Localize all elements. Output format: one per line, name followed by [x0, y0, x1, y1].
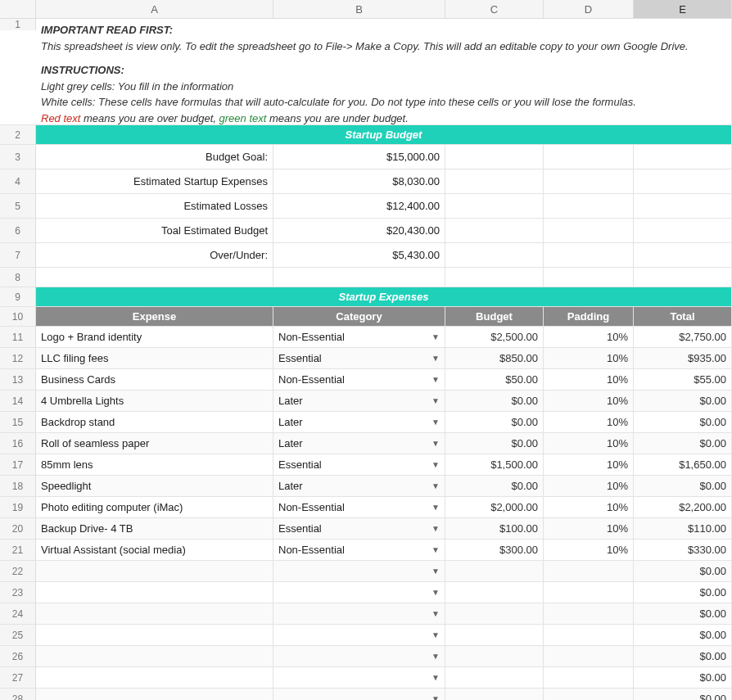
expense-cell-26[interactable]: [36, 646, 273, 666]
budget-cell-27[interactable]: [445, 667, 544, 688]
dropdown-icon[interactable]: ▼: [432, 609, 440, 618]
row-header-26[interactable]: 26: [0, 646, 36, 666]
category-cell-28[interactable]: ▼: [273, 689, 445, 700]
header-total[interactable]: Total: [634, 307, 732, 326]
dropdown-icon[interactable]: ▼: [432, 460, 440, 469]
category-cell-27[interactable]: ▼: [273, 667, 445, 688]
total-cell-21[interactable]: $330.00: [634, 540, 732, 560]
col-header-A[interactable]: A: [36, 0, 273, 18]
dropdown-icon[interactable]: ▼: [432, 588, 440, 597]
budget-cell-23[interactable]: [445, 582, 544, 603]
row-header-8[interactable]: 8: [0, 268, 36, 287]
cell-C5[interactable]: [445, 194, 544, 218]
expense-cell-16[interactable]: Roll of seamless paper: [36, 433, 273, 454]
padding-cell-12[interactable]: 10%: [544, 348, 634, 368]
budget-cell-14[interactable]: $0.00: [445, 391, 544, 411]
row-header-18[interactable]: 18: [0, 476, 36, 496]
expense-cell-13[interactable]: Business Cards: [36, 369, 273, 390]
total-cell-26[interactable]: $0.00: [634, 646, 732, 666]
total-cell-22[interactable]: $0.00: [634, 561, 732, 581]
summary-label-0[interactable]: Budget Goal:: [36, 145, 273, 169]
dropdown-icon[interactable]: ▼: [432, 694, 440, 700]
category-cell-17[interactable]: Essential▼: [273, 454, 445, 475]
total-cell-25[interactable]: $0.00: [634, 625, 732, 645]
header-expense[interactable]: Expense: [36, 307, 273, 326]
total-cell-16[interactable]: $0.00: [634, 433, 732, 454]
cell-D8[interactable]: [544, 268, 634, 287]
total-cell-11[interactable]: $2,750.00: [634, 327, 732, 347]
category-cell-20[interactable]: Essential▼: [273, 518, 445, 539]
expense-cell-15[interactable]: Backdrop stand: [36, 412, 273, 432]
total-cell-20[interactable]: $110.00: [634, 518, 732, 539]
dropdown-icon[interactable]: ▼: [432, 503, 440, 512]
dropdown-icon[interactable]: ▼: [432, 524, 440, 533]
expense-cell-22[interactable]: [36, 561, 273, 581]
padding-cell-15[interactable]: 10%: [544, 412, 634, 432]
row-header-23[interactable]: 23: [0, 582, 36, 603]
expense-cell-25[interactable]: [36, 625, 273, 645]
dropdown-icon[interactable]: ▼: [432, 439, 440, 448]
budget-cell-11[interactable]: $2,500.00: [445, 327, 544, 347]
total-cell-12[interactable]: $935.00: [634, 348, 732, 368]
budget-cell-19[interactable]: $2,000.00: [445, 497, 544, 517]
expense-cell-20[interactable]: Backup Drive- 4 TB: [36, 518, 273, 539]
padding-cell-18[interactable]: 10%: [544, 476, 634, 496]
summary-label-2[interactable]: Estimated Losses: [36, 194, 273, 218]
dropdown-icon[interactable]: ▼: [432, 673, 440, 682]
cell-A8[interactable]: [36, 268, 273, 287]
row-header-7[interactable]: 7: [0, 243, 36, 267]
summary-label-3[interactable]: Toal Estimated Budget: [36, 219, 273, 242]
cell-D7[interactable]: [544, 243, 634, 267]
padding-cell-23[interactable]: [544, 582, 634, 603]
padding-cell-21[interactable]: 10%: [544, 540, 634, 560]
row-header-9[interactable]: 9: [0, 287, 36, 306]
row-header-14[interactable]: 14: [0, 391, 36, 411]
budget-cell-18[interactable]: $0.00: [445, 476, 544, 496]
dropdown-icon[interactable]: ▼: [432, 545, 440, 554]
row-header-11[interactable]: 11: [0, 327, 36, 347]
row-header-13[interactable]: 13: [0, 369, 36, 390]
expense-cell-11[interactable]: Logo + Brand identity: [36, 327, 273, 347]
budget-cell-13[interactable]: $50.00: [445, 369, 544, 390]
summary-label-4[interactable]: Over/Under:: [36, 243, 273, 267]
dropdown-icon[interactable]: ▼: [432, 354, 440, 363]
cell-E3[interactable]: [634, 145, 732, 169]
padding-cell-20[interactable]: 10%: [544, 518, 634, 539]
header-budget[interactable]: Budget: [445, 307, 544, 326]
total-cell-27[interactable]: $0.00: [634, 667, 732, 688]
cell-C6[interactable]: [445, 219, 544, 242]
summary-value-3[interactable]: $20,430.00: [273, 219, 445, 242]
total-cell-13[interactable]: $55.00: [634, 369, 732, 390]
startup-expenses-title[interactable]: Startup Expenses: [36, 287, 732, 306]
category-cell-23[interactable]: ▼: [273, 582, 445, 603]
total-cell-15[interactable]: $0.00: [634, 412, 732, 432]
expense-cell-28[interactable]: [36, 689, 273, 700]
category-cell-19[interactable]: Non-Essential▼: [273, 497, 445, 517]
total-cell-28[interactable]: $0.00: [634, 689, 732, 700]
col-header-B[interactable]: B: [273, 0, 445, 18]
padding-cell-28[interactable]: [544, 689, 634, 700]
cell-D5[interactable]: [544, 194, 634, 218]
expense-cell-21[interactable]: Virtual Assistant (social media): [36, 540, 273, 560]
budget-cell-12[interactable]: $850.00: [445, 348, 544, 368]
category-cell-24[interactable]: ▼: [273, 603, 445, 624]
summary-value-4[interactable]: $5,430.00: [273, 243, 445, 267]
row-header-5[interactable]: 5: [0, 194, 36, 218]
dropdown-icon[interactable]: ▼: [432, 630, 440, 639]
row-header-22[interactable]: 22: [0, 561, 36, 581]
padding-cell-13[interactable]: 10%: [544, 369, 634, 390]
row-header-6[interactable]: 6: [0, 219, 36, 242]
select-all-cell[interactable]: [0, 0, 36, 18]
padding-cell-16[interactable]: 10%: [544, 433, 634, 454]
dropdown-icon[interactable]: ▼: [432, 332, 440, 341]
total-cell-17[interactable]: $1,650.00: [634, 454, 732, 475]
col-header-D[interactable]: D: [544, 0, 634, 18]
padding-cell-11[interactable]: 10%: [544, 327, 634, 347]
budget-cell-17[interactable]: $1,500.00: [445, 454, 544, 475]
row-header-4[interactable]: 4: [0, 169, 36, 193]
padding-cell-27[interactable]: [544, 667, 634, 688]
row-header-15[interactable]: 15: [0, 412, 36, 432]
budget-cell-28[interactable]: [445, 689, 544, 700]
budget-cell-20[interactable]: $100.00: [445, 518, 544, 539]
row-header-25[interactable]: 25: [0, 625, 36, 645]
